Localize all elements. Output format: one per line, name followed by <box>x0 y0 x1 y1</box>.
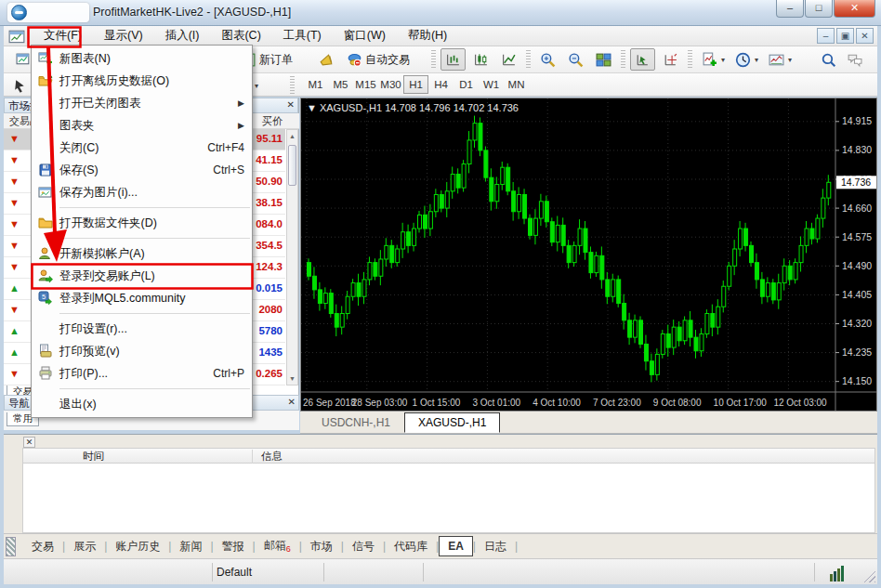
minimize-button[interactable]: – <box>776 0 804 18</box>
resize-grip[interactable] <box>860 567 875 582</box>
menu-item-label: 打印预览(v) <box>59 344 244 359</box>
timeframe-h1[interactable]: H1 <box>403 75 428 94</box>
periods-button[interactable]: ▾ <box>730 48 763 71</box>
terminal-tab-新闻[interactable]: 新闻 <box>171 536 210 557</box>
terminal-tab-交易[interactable]: 交易 <box>23 536 62 557</box>
menu-separator <box>59 207 250 208</box>
alert-button[interactable] <box>314 48 339 71</box>
scroll-down-icon[interactable]: ▼ <box>287 372 297 385</box>
close-button[interactable]: ✕ <box>834 0 875 18</box>
timeframe-m15[interactable]: M15 <box>353 75 378 94</box>
menu-shortcut: Ctrl+P <box>213 367 244 380</box>
zoom-out-icon <box>568 52 584 68</box>
terminal-tab-警报[interactable]: 警报 <box>214 536 253 557</box>
file-menu-item-19[interactable]: 退出(x) <box>32 393 252 415</box>
line-chart-mode-button[interactable] <box>496 48 521 71</box>
info-column-header[interactable]: 信息 <box>261 450 283 464</box>
time-column-header[interactable]: 时间 <box>83 450 104 464</box>
indicators-button[interactable]: ▾ <box>697 48 730 71</box>
candlestick-chart[interactable]: 14.91514.83014.74514.66014.57514.49014.4… <box>300 98 877 412</box>
menubar-item-5[interactable]: 工具(T) <box>272 25 333 46</box>
buy-price: 38.15 <box>256 197 283 208</box>
file-menu-item-13[interactable]: 5登录到MQL5.community <box>32 287 252 309</box>
file-menu-item-6[interactable]: 保存(S)Ctrl+S <box>32 159 252 181</box>
file-menu-item-7[interactable]: 保存为图片(i)... <box>32 181 252 203</box>
mdi-restore-button[interactable]: ▣ <box>836 28 854 44</box>
column-divider[interactable] <box>252 450 253 464</box>
window-title: ProfitMarketHK-Live2 - [XAGUSD-,H1] <box>93 6 291 19</box>
candlestick-mode-button[interactable] <box>468 48 493 71</box>
tab-separator: | <box>515 540 518 553</box>
timeframe-m1[interactable]: M1 <box>303 75 328 94</box>
file-menu-item-2[interactable]: 打开离线历史数据(O) <box>32 70 252 92</box>
terminal-tab-账户历史[interactable]: 账户历史 <box>107 536 168 557</box>
file-menu-item-16[interactable]: 打印预览(v) <box>32 340 252 362</box>
tabs-grip-icon[interactable] <box>6 537 16 556</box>
terminal-tab-信号[interactable]: 信号 <box>344 536 383 557</box>
terminal-tab-ea[interactable]: EA <box>439 536 473 556</box>
restore-button[interactable]: □ <box>805 0 833 18</box>
profile-name[interactable]: Default <box>217 566 252 579</box>
submenu-arrow-icon: ▶ <box>238 98 244 108</box>
menu-separator <box>59 238 250 239</box>
chat-button[interactable] <box>842 48 867 71</box>
timeframe-d1[interactable]: D1 <box>454 75 479 94</box>
mdi-minimize-button[interactable]: – <box>817 28 835 44</box>
file-menu-item-11[interactable]: 开新模拟帐户(A) <box>32 242 252 265</box>
file-menu-item-17[interactable]: 打印(P)...Ctrl+P <box>32 362 252 385</box>
file-menu-item-12[interactable]: 登录到交易账户(L) <box>32 265 252 287</box>
timeframe-m5[interactable]: M5 <box>328 75 353 94</box>
price-down-icon: ▼ <box>9 368 20 379</box>
menubar-item-3[interactable]: 插入(I) <box>154 25 211 46</box>
file-menu-item-3[interactable]: 打开已关闭图表▶ <box>32 92 252 114</box>
menubar-item-7[interactable]: 帮助(H) <box>397 25 458 46</box>
pointer-tool-button[interactable] <box>7 74 33 97</box>
file-menu-item-5[interactable]: 关闭(C)Ctrl+F4 <box>32 137 252 159</box>
menubar-item-2[interactable]: 显示(V) <box>93 25 154 46</box>
terminal-tab-日志[interactable]: 日志 <box>476 536 515 557</box>
navigator-close-icon[interactable]: ✕ <box>288 397 296 407</box>
zoom-in-button[interactable] <box>535 48 560 71</box>
scrollbar-thumb[interactable] <box>288 145 296 186</box>
print-preview-icon <box>32 344 59 359</box>
market-watch-close-icon[interactable]: ✕ <box>287 99 295 110</box>
search-button[interactable] <box>816 48 841 71</box>
menubar-item-6[interactable]: 窗口(W) <box>333 25 397 46</box>
open-offline-icon <box>32 73 59 88</box>
timeframe-m30[interactable]: M30 <box>378 75 403 94</box>
svg-text:14.405: 14.405 <box>842 289 872 300</box>
indicators-icon <box>702 52 717 68</box>
cursor-mode-button[interactable] <box>630 48 655 71</box>
bar-chart-mode-button[interactable] <box>440 48 466 71</box>
scroll-up-icon[interactable]: ▲ <box>287 130 297 142</box>
buy-column-header[interactable]: 买价 <box>262 114 283 128</box>
templates-button[interactable]: ▾ <box>764 48 796 71</box>
chart-tab-xagusd-h1[interactable]: XAGUSD-,H1 <box>404 412 500 433</box>
auto-trading-button[interactable]: 自动交易 <box>342 48 414 71</box>
file-menu-item-4[interactable]: 图表夹▶ <box>32 114 252 137</box>
svg-text:14.575: 14.575 <box>842 231 872 242</box>
timeframe-w1[interactable]: W1 <box>479 75 504 94</box>
terminal-tab-代码库[interactable]: 代码库 <box>386 536 436 557</box>
terminal-tab-展示[interactable]: 展示 <box>65 536 104 557</box>
menubar-item-1[interactable]: 文件(F) <box>33 25 93 46</box>
app-logo-icon <box>11 5 27 20</box>
file-menu-item-9[interactable]: 打开数据文件夹(D) <box>32 212 252 234</box>
terminal-close-icon[interactable]: ✕ <box>23 437 35 448</box>
timeframe-h4[interactable]: H4 <box>428 75 454 94</box>
zoom-out-button[interactable] <box>563 48 588 71</box>
timeframe-mn[interactable]: MN <box>504 75 529 94</box>
pointer-icon <box>12 78 28 94</box>
market-watch-scrollbar[interactable]: ▲ ▼ <box>286 129 298 385</box>
mdi-close-button[interactable]: ✕ <box>856 28 874 44</box>
terminal-tab-市场[interactable]: 市场 <box>302 536 341 557</box>
file-menu-item-1[interactable]: 新图表(N) <box>32 47 252 70</box>
chart-tab-usdcnh-h1[interactable]: USDCNH-,H1 <box>308 412 404 433</box>
crosshair-mode-button[interactable] <box>658 48 683 71</box>
tile-windows-button[interactable] <box>591 48 616 71</box>
file-menu-item-15[interactable]: 打印设置(r)... <box>32 318 252 340</box>
crosshair-icon <box>663 52 678 68</box>
svg-text:10 Oct 17:00: 10 Oct 17:00 <box>714 398 768 408</box>
menubar-item-4[interactable]: 图表(C) <box>210 25 271 46</box>
terminal-tab-邮箱[interactable]: 邮箱6 <box>256 535 299 556</box>
